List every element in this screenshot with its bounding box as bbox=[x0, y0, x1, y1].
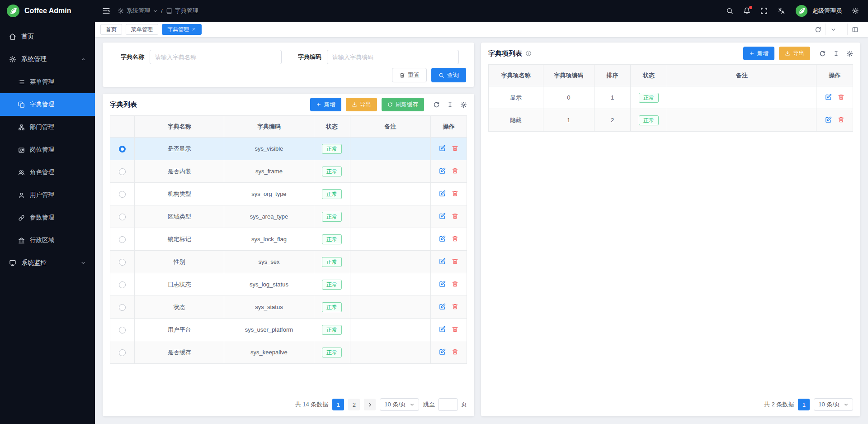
delete-icon[interactable] bbox=[838, 116, 844, 123]
dict-name-input[interactable] bbox=[150, 50, 282, 64]
sidebar-item-param-mgmt[interactable]: 参数管理 bbox=[0, 206, 95, 229]
row-radio[interactable] bbox=[119, 236, 126, 243]
search-icon[interactable] bbox=[726, 7, 733, 14]
export-button[interactable]: 导出 bbox=[346, 98, 377, 111]
row-radio[interactable] bbox=[119, 168, 126, 175]
delete-icon[interactable] bbox=[452, 213, 458, 219]
dict-code-input[interactable] bbox=[327, 50, 459, 64]
sidebar-group-monitor[interactable]: 系统监控 bbox=[0, 252, 95, 274]
info-icon[interactable] bbox=[525, 50, 532, 57]
table-row[interactable]: 机构类型 sys_org_type 正常 bbox=[110, 183, 467, 205]
edit-icon[interactable] bbox=[439, 213, 446, 219]
tab-home[interactable]: 首页 bbox=[100, 24, 122, 35]
next-page-button[interactable] bbox=[364, 399, 376, 410]
refresh-table-icon[interactable] bbox=[819, 50, 826, 57]
refresh-icon[interactable] bbox=[810, 24, 826, 35]
username[interactable]: 超级管理员 bbox=[812, 7, 842, 15]
delete-icon[interactable] bbox=[452, 145, 458, 152]
avatar[interactable] bbox=[795, 5, 808, 17]
delete-icon[interactable] bbox=[452, 235, 458, 242]
sidebar-item-dept-mgmt[interactable]: 部门管理 bbox=[0, 116, 95, 138]
table-row[interactable]: 锁定标记 sys_lock_flag 正常 bbox=[110, 228, 467, 251]
export-items-button[interactable]: 导出 bbox=[779, 47, 810, 60]
sidebar-item-menu-mgmt[interactable]: 菜单管理 bbox=[0, 71, 95, 93]
row-radio[interactable] bbox=[119, 191, 126, 198]
table-row[interactable]: 状态 sys_status 正常 bbox=[110, 296, 467, 319]
translate-icon[interactable] bbox=[778, 7, 785, 15]
table-row[interactable]: 日志状态 sys_log_status 正常 bbox=[110, 273, 467, 296]
delete-icon[interactable] bbox=[452, 258, 458, 265]
fullscreen-icon[interactable] bbox=[760, 7, 768, 14]
table-row[interactable]: 隐藏 1 2 正常 bbox=[489, 109, 853, 132]
refresh-cache-button[interactable]: 刷新缓存 bbox=[382, 98, 424, 111]
row-radio[interactable] bbox=[119, 214, 126, 220]
sidebar-item-home[interactable]: 首页 bbox=[0, 25, 95, 48]
layout-expand-icon[interactable] bbox=[847, 24, 863, 35]
bell-icon[interactable] bbox=[743, 7, 750, 14]
row-radio[interactable] bbox=[119, 259, 126, 266]
reset-button[interactable]: 重置 bbox=[392, 68, 427, 82]
delete-icon[interactable] bbox=[452, 281, 458, 287]
sidebar-toggle-icon[interactable] bbox=[102, 7, 110, 15]
sidebar-group-system[interactable]: 系统管理 bbox=[0, 48, 95, 71]
page-button-2[interactable]: 2 bbox=[348, 399, 360, 410]
row-radio[interactable] bbox=[119, 304, 126, 311]
edit-icon[interactable] bbox=[825, 94, 832, 100]
settings-gear-icon[interactable] bbox=[852, 7, 859, 14]
download-icon bbox=[785, 51, 790, 56]
chevron-down-icon[interactable] bbox=[826, 24, 841, 35]
edit-icon[interactable] bbox=[439, 258, 446, 265]
dict-list-header: 字典列表 新增 导出 刷新 bbox=[103, 94, 474, 115]
row-radio[interactable] bbox=[119, 349, 126, 356]
delete-icon[interactable] bbox=[452, 167, 458, 174]
app-logo[interactable]: Coffee Admin bbox=[0, 0, 95, 22]
edit-icon[interactable] bbox=[439, 281, 446, 287]
page-size-select[interactable]: 10 条/页 bbox=[380, 398, 419, 411]
edit-icon[interactable] bbox=[439, 303, 446, 310]
density-icon[interactable] bbox=[447, 101, 453, 108]
delete-icon[interactable] bbox=[452, 190, 458, 197]
table-row[interactable]: 用户平台 sys_user_platform 正常 bbox=[110, 319, 467, 341]
add-item-button[interactable]: 新增 bbox=[743, 47, 774, 60]
table-row[interactable]: 性别 sys_sex 正常 bbox=[110, 251, 467, 273]
page-button-1[interactable]: 1 bbox=[332, 399, 344, 410]
delete-icon[interactable] bbox=[452, 303, 458, 310]
edit-icon[interactable] bbox=[439, 167, 446, 174]
edit-icon[interactable] bbox=[439, 190, 446, 197]
table-row[interactable]: 区域类型 sys_area_type 正常 bbox=[110, 205, 467, 228]
edit-icon[interactable] bbox=[439, 348, 446, 355]
table-row[interactable]: 显示 0 1 正常 bbox=[489, 86, 853, 109]
sidebar-item-region-mgmt[interactable]: 行政区域 bbox=[0, 229, 95, 252]
row-radio[interactable] bbox=[119, 327, 126, 333]
page-size-select[interactable]: 10 条/页 bbox=[814, 398, 853, 411]
breadcrumb-page[interactable]: 字典管理 bbox=[166, 7, 198, 15]
edit-icon[interactable] bbox=[439, 145, 446, 152]
sidebar-item-post-mgmt[interactable]: 岗位管理 bbox=[0, 138, 95, 161]
density-icon[interactable] bbox=[833, 50, 840, 57]
sidebar-item-dict-mgmt[interactable]: 字典管理 bbox=[0, 93, 95, 116]
table-row[interactable]: 是否内嵌 sys_frame 正常 bbox=[110, 160, 467, 183]
column-settings-icon[interactable] bbox=[846, 50, 853, 57]
row-radio[interactable] bbox=[119, 146, 126, 152]
delete-icon[interactable] bbox=[452, 326, 458, 333]
delete-icon[interactable] bbox=[452, 348, 458, 355]
breadcrumb-section[interactable]: 系统管理 bbox=[118, 7, 158, 15]
add-button[interactable]: 新增 bbox=[310, 98, 341, 111]
page-button-1[interactable]: 1 bbox=[798, 399, 810, 410]
table-row[interactable]: 是否缓存 sys_keepalive 正常 bbox=[110, 341, 467, 364]
refresh-table-icon[interactable] bbox=[433, 101, 440, 108]
table-row[interactable]: 是否显示 sys_visible 正常 bbox=[110, 138, 467, 160]
delete-icon[interactable] bbox=[838, 94, 844, 100]
query-button[interactable]: 查询 bbox=[431, 68, 466, 82]
page-jump-input[interactable] bbox=[438, 398, 458, 411]
close-icon[interactable] bbox=[192, 27, 196, 32]
tab-menu-mgmt[interactable]: 菜单管理 bbox=[126, 24, 158, 35]
sidebar-item-user-mgmt[interactable]: 用户管理 bbox=[0, 184, 95, 206]
edit-icon[interactable] bbox=[439, 235, 446, 242]
column-settings-icon[interactable] bbox=[460, 101, 467, 108]
edit-icon[interactable] bbox=[439, 326, 446, 333]
tab-dict-mgmt[interactable]: 字典管理 bbox=[162, 24, 202, 35]
edit-icon[interactable] bbox=[825, 116, 832, 123]
row-radio[interactable] bbox=[119, 281, 126, 288]
sidebar-item-role-mgmt[interactable]: 角色管理 bbox=[0, 161, 95, 184]
